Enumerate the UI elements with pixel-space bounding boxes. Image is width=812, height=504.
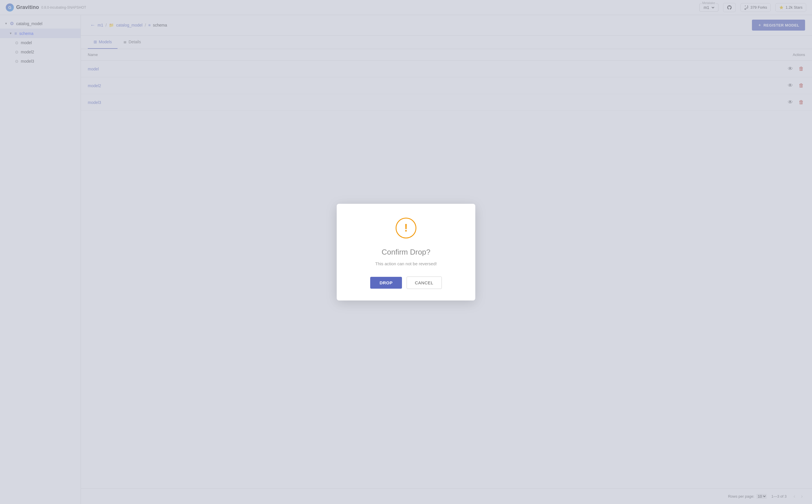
cancel-label: CANCEL: [415, 280, 434, 285]
confirm-drop-dialog: ! Confirm Drop? This action can not be r…: [337, 204, 475, 300]
cancel-button[interactable]: CANCEL: [407, 277, 442, 289]
drop-button[interactable]: DROP: [370, 277, 402, 289]
drop-label: DROP: [379, 280, 392, 285]
dialog-buttons: DROP CANCEL: [348, 277, 464, 289]
warning-exclamation: !: [404, 222, 408, 234]
dialog-title: Confirm Drop?: [348, 248, 464, 257]
dialog-message: This action can not be reversed!: [348, 261, 464, 266]
modal-overlay[interactable]: ! Confirm Drop? This action can not be r…: [0, 0, 812, 504]
warning-icon: !: [395, 218, 417, 238]
